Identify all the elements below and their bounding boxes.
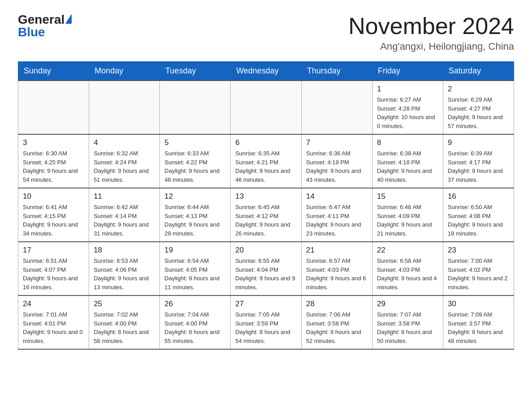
day-number: 9 <box>448 138 509 147</box>
calendar-cell <box>160 81 231 134</box>
day-info: Sunrise: 6:42 AM Sunset: 4:14 PM Dayligh… <box>94 203 155 238</box>
day-number: 23 <box>448 246 509 255</box>
logo-text: General Blue <box>18 13 72 39</box>
header-sunday: Sunday <box>18 62 89 81</box>
day-number: 21 <box>306 246 368 255</box>
day-info: Sunrise: 6:51 AM Sunset: 4:07 PM Dayligh… <box>23 257 84 291</box>
header-monday: Monday <box>89 62 160 81</box>
logo: General Blue <box>18 13 72 39</box>
day-number: 16 <box>448 192 509 201</box>
day-number: 3 <box>23 138 84 147</box>
day-info: Sunrise: 6:55 AM Sunset: 4:04 PM Dayligh… <box>235 257 296 291</box>
day-number: 17 <box>23 246 84 255</box>
calendar-cell <box>18 81 89 134</box>
day-info: Sunrise: 7:02 AM Sunset: 4:00 PM Dayligh… <box>94 310 155 345</box>
day-info: Sunrise: 6:54 AM Sunset: 4:05 PM Dayligh… <box>164 257 226 291</box>
day-number: 10 <box>23 192 84 201</box>
day-number: 25 <box>94 300 155 308</box>
calendar-cell: 9Sunrise: 6:39 AM Sunset: 4:17 PM Daylig… <box>443 134 514 188</box>
calendar-cell: 14Sunrise: 6:47 AM Sunset: 4:11 PM Dayli… <box>301 188 372 242</box>
title-block: November 2024 Ang'angxi, Heilongjiang, C… <box>348 13 514 52</box>
day-info: Sunrise: 6:58 AM Sunset: 4:03 PM Dayligh… <box>377 257 438 291</box>
day-info: Sunrise: 7:00 AM Sunset: 4:02 PM Dayligh… <box>448 257 509 291</box>
calendar-cell: 23Sunrise: 7:00 AM Sunset: 4:02 PM Dayli… <box>443 242 514 295</box>
calendar-cell: 11Sunrise: 6:42 AM Sunset: 4:14 PM Dayli… <box>89 188 160 242</box>
header-thursday: Thursday <box>301 62 372 81</box>
day-number: 20 <box>235 246 296 255</box>
day-info: Sunrise: 6:39 AM Sunset: 4:17 PM Dayligh… <box>448 149 509 184</box>
calendar-cell: 13Sunrise: 6:45 AM Sunset: 4:12 PM Dayli… <box>231 188 301 242</box>
page-header: General Blue November 2024 Ang'angxi, He… <box>18 13 514 52</box>
calendar-body: 1Sunrise: 6:27 AM Sunset: 4:28 PM Daylig… <box>18 81 514 349</box>
calendar-cell: 15Sunrise: 6:48 AM Sunset: 4:09 PM Dayli… <box>372 188 443 242</box>
calendar-cell: 7Sunrise: 6:36 AM Sunset: 4:19 PM Daylig… <box>301 134 372 188</box>
calendar-cell: 18Sunrise: 6:53 AM Sunset: 4:06 PM Dayli… <box>89 242 160 295</box>
week-row-1: 1Sunrise: 6:27 AM Sunset: 4:28 PM Daylig… <box>18 81 514 134</box>
day-info: Sunrise: 6:29 AM Sunset: 4:27 PM Dayligh… <box>448 95 509 130</box>
calendar-cell: 1Sunrise: 6:27 AM Sunset: 4:28 PM Daylig… <box>372 81 443 134</box>
day-number: 27 <box>235 300 296 308</box>
calendar-header: SundayMondayTuesdayWednesdayThursdayFrid… <box>18 62 514 81</box>
calendar-cell: 26Sunrise: 7:04 AM Sunset: 4:00 PM Dayli… <box>160 295 231 349</box>
day-number: 8 <box>377 138 438 147</box>
logo-blue-text: Blue <box>18 26 72 39</box>
day-info: Sunrise: 6:44 AM Sunset: 4:13 PM Dayligh… <box>164 203 226 238</box>
calendar-cell: 20Sunrise: 6:55 AM Sunset: 4:04 PM Dayli… <box>231 242 301 295</box>
day-info: Sunrise: 6:47 AM Sunset: 4:11 PM Dayligh… <box>306 203 368 238</box>
day-info: Sunrise: 6:35 AM Sunset: 4:21 PM Dayligh… <box>235 149 296 184</box>
calendar-cell: 10Sunrise: 6:41 AM Sunset: 4:15 PM Dayli… <box>18 188 89 242</box>
day-info: Sunrise: 6:45 AM Sunset: 4:12 PM Dayligh… <box>235 203 296 238</box>
day-info: Sunrise: 7:07 AM Sunset: 3:58 PM Dayligh… <box>377 310 438 345</box>
calendar-cell: 12Sunrise: 6:44 AM Sunset: 4:13 PM Dayli… <box>160 188 231 242</box>
day-number: 28 <box>306 300 368 308</box>
location: Ang'angxi, Heilongjiang, China <box>348 41 514 52</box>
day-info: Sunrise: 6:30 AM Sunset: 4:25 PM Dayligh… <box>23 149 84 184</box>
calendar-cell: 22Sunrise: 6:58 AM Sunset: 4:03 PM Dayli… <box>372 242 443 295</box>
day-number: 13 <box>235 192 296 201</box>
calendar-cell: 27Sunrise: 7:05 AM Sunset: 3:59 PM Dayli… <box>231 295 301 349</box>
calendar-cell: 2Sunrise: 6:29 AM Sunset: 4:27 PM Daylig… <box>443 81 514 134</box>
day-number: 22 <box>377 246 438 255</box>
calendar-cell: 29Sunrise: 7:07 AM Sunset: 3:58 PM Dayli… <box>372 295 443 349</box>
day-info: Sunrise: 7:01 AM Sunset: 4:01 PM Dayligh… <box>23 310 84 345</box>
day-number: 19 <box>164 246 226 255</box>
day-info: Sunrise: 6:41 AM Sunset: 4:15 PM Dayligh… <box>23 203 84 238</box>
day-number: 4 <box>94 138 155 147</box>
week-row-4: 17Sunrise: 6:51 AM Sunset: 4:07 PM Dayli… <box>18 242 514 295</box>
calendar-cell <box>301 81 372 134</box>
week-row-3: 10Sunrise: 6:41 AM Sunset: 4:15 PM Dayli… <box>18 188 514 242</box>
calendar-cell: 5Sunrise: 6:33 AM Sunset: 4:22 PM Daylig… <box>160 134 231 188</box>
day-number: 11 <box>94 192 155 201</box>
calendar-cell: 3Sunrise: 6:30 AM Sunset: 4:25 PM Daylig… <box>18 134 89 188</box>
day-number: 14 <box>306 192 368 201</box>
calendar-cell: 4Sunrise: 6:32 AM Sunset: 4:24 PM Daylig… <box>89 134 160 188</box>
calendar-cell: 6Sunrise: 6:35 AM Sunset: 4:21 PM Daylig… <box>231 134 301 188</box>
month-title: November 2024 <box>348 13 514 39</box>
calendar-cell: 19Sunrise: 6:54 AM Sunset: 4:05 PM Dayli… <box>160 242 231 295</box>
calendar-cell: 16Sunrise: 6:50 AM Sunset: 4:08 PM Dayli… <box>443 188 514 242</box>
calendar-table: SundayMondayTuesdayWednesdayThursdayFrid… <box>18 61 514 350</box>
calendar-cell: 17Sunrise: 6:51 AM Sunset: 4:07 PM Dayli… <box>18 242 89 295</box>
calendar-cell: 8Sunrise: 6:38 AM Sunset: 4:18 PM Daylig… <box>372 134 443 188</box>
header-friday: Friday <box>372 62 443 81</box>
day-number: 12 <box>164 192 226 201</box>
week-row-2: 3Sunrise: 6:30 AM Sunset: 4:25 PM Daylig… <box>18 134 514 188</box>
header-saturday: Saturday <box>443 62 514 81</box>
day-info: Sunrise: 6:38 AM Sunset: 4:18 PM Dayligh… <box>377 149 438 184</box>
logo-triangle-icon <box>65 14 72 24</box>
day-number: 26 <box>164 300 226 308</box>
day-info: Sunrise: 7:05 AM Sunset: 3:59 PM Dayligh… <box>235 310 296 345</box>
calendar-cell: 28Sunrise: 7:06 AM Sunset: 3:58 PM Dayli… <box>301 295 372 349</box>
day-info: Sunrise: 6:27 AM Sunset: 4:28 PM Dayligh… <box>377 95 438 130</box>
day-number: 6 <box>235 138 296 147</box>
day-info: Sunrise: 6:32 AM Sunset: 4:24 PM Dayligh… <box>94 149 155 184</box>
day-info: Sunrise: 6:48 AM Sunset: 4:09 PM Dayligh… <box>377 203 438 238</box>
day-info: Sunrise: 7:09 AM Sunset: 3:57 PM Dayligh… <box>448 310 509 345</box>
header-row: SundayMondayTuesdayWednesdayThursdayFrid… <box>18 62 514 81</box>
day-info: Sunrise: 7:06 AM Sunset: 3:58 PM Dayligh… <box>306 310 368 345</box>
day-number: 29 <box>377 300 438 308</box>
day-info: Sunrise: 6:53 AM Sunset: 4:06 PM Dayligh… <box>94 257 155 291</box>
calendar-cell: 21Sunrise: 6:57 AM Sunset: 4:03 PM Dayli… <box>301 242 372 295</box>
day-number: 15 <box>377 192 438 201</box>
day-number: 7 <box>306 138 368 147</box>
